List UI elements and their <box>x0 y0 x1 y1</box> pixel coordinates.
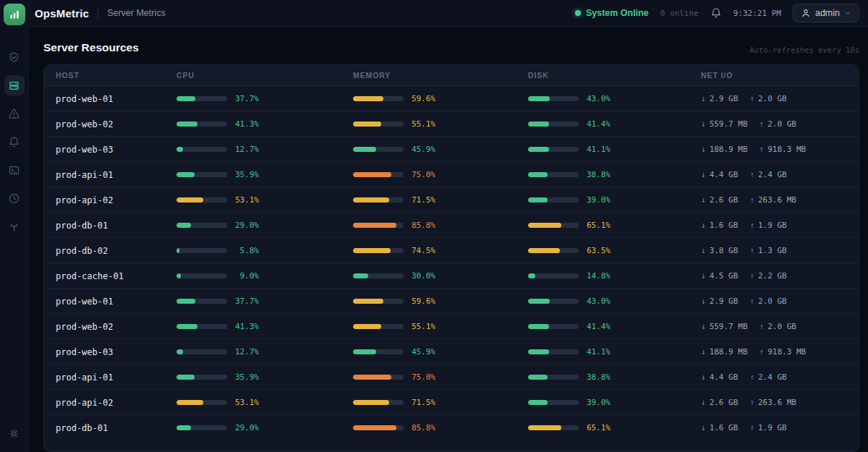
disk-value: 41.4% <box>579 322 610 331</box>
sidebar-item-notifications[interactable] <box>4 132 25 152</box>
memory-bar-track <box>353 147 404 152</box>
cpu-bar-track <box>176 96 227 101</box>
sidebar-item-settings[interactable] <box>4 423 25 443</box>
table-row[interactable]: prod-db-02 5.8% 74.5% 63.5% ↓ 3.8 GB ↑ 1… <box>44 238 859 263</box>
download-value: 188.9 MB <box>710 347 748 357</box>
table-row[interactable]: prod-web-03 12.7% 45.9% 41.1% ↓ 188.9 MB… <box>44 339 859 364</box>
memory-value: 75.0% <box>404 170 435 179</box>
disk-bar-fill <box>528 349 549 354</box>
column-header-disk: DISK <box>528 71 701 80</box>
disk-cell: 41.1% <box>528 347 701 357</box>
sidebar-item-history[interactable] <box>4 188 25 208</box>
memory-value: 59.6% <box>404 94 435 103</box>
cpu-bar-track <box>176 197 227 202</box>
table-row[interactable]: prod-api-02 53.1% 71.5% 39.0% ↓ 2.6 GB ↑… <box>44 390 859 415</box>
memory-cell: 59.6% <box>353 297 528 306</box>
disk-value: 41.1% <box>579 145 610 154</box>
table-row[interactable]: prod-cache-01 9.0% 30.0% 14.8% ↓ 4.5 GB … <box>44 263 859 289</box>
main-content: Server Resources Auto-refreshes every 10… <box>29 27 868 452</box>
host-cell: prod-api-01 <box>44 370 176 383</box>
sidebar-item-integrations[interactable] <box>4 216 25 236</box>
memory-value: 55.1% <box>404 322 435 331</box>
upload-value: 263.6 MB <box>758 398 796 407</box>
disk-bar-track <box>528 375 579 380</box>
download-arrow-icon: ↓ <box>701 347 706 357</box>
host-cell: prod-web-01 <box>44 294 176 307</box>
net-io-cell: ↓ 559.7 MB ↑ 2.0 GB <box>701 119 859 129</box>
memory-value: 55.1% <box>404 119 435 129</box>
cpu-bar-track <box>176 172 227 177</box>
memory-bar-track <box>353 223 404 228</box>
upload-arrow-icon: ↑ <box>760 347 765 357</box>
cpu-bar-fill <box>176 273 181 278</box>
disk-cell: 39.0% <box>528 195 701 205</box>
notifications-bell-icon[interactable] <box>710 7 722 19</box>
user-menu-button[interactable]: admin <box>793 4 859 22</box>
host-name: prod-cache-01 <box>56 271 124 281</box>
net-io-cell: ↓ 188.9 MB ↑ 918.3 MB <box>701 145 859 154</box>
memory-bar-track <box>353 248 404 253</box>
disk-value: 38.8% <box>579 170 610 179</box>
memory-cell: 55.1% <box>353 119 528 129</box>
table-row[interactable]: prod-web-02 41.3% 55.1% 41.4% ↓ 559.7 MB… <box>44 314 859 339</box>
memory-value: 75.0% <box>404 372 435 382</box>
net-io-cell: ↓ 2.6 GB ↑ 263.6 MB <box>701 398 859 407</box>
table-row[interactable]: prod-db-01 29.0% 85.8% 65.1% ↓ 1.6 GB ↑ … <box>44 415 859 440</box>
app-logo[interactable] <box>4 4 25 25</box>
memory-bar-track <box>353 324 404 329</box>
host-cell: prod-cache-01 <box>44 269 176 282</box>
table-row[interactable]: prod-web-03 12.7% 45.9% 41.1% ↓ 188.9 MB… <box>44 137 859 162</box>
host-name: prod-db-01 <box>56 423 108 433</box>
upload-arrow-icon: ↑ <box>749 271 754 281</box>
sidebar-item-console[interactable] <box>4 160 25 180</box>
sidebar-item-servers[interactable] <box>4 75 25 95</box>
host-name: prod-web-01 <box>56 297 113 307</box>
disk-cell: 41.4% <box>528 119 701 129</box>
disk-value: 65.1% <box>579 221 610 230</box>
disk-value: 65.1% <box>579 423 610 432</box>
host-cell: prod-db-01 <box>44 218 176 231</box>
upload-value: 2.4 GB <box>758 170 787 179</box>
net-io-cell: ↓ 4.5 GB ↑ 2.2 GB <box>701 271 859 281</box>
disk-bar-track <box>528 299 579 304</box>
disk-value: 63.5% <box>579 246 610 255</box>
table-row[interactable]: prod-api-01 35.9% 75.0% 38.8% ↓ 4.4 GB ↑… <box>44 364 859 390</box>
net-io-cell: ↓ 4.4 GB ↑ 2.4 GB <box>701 372 859 382</box>
table-row[interactable]: prod-web-01 37.7% 59.6% 43.0% ↓ 2.9 GB ↑… <box>44 86 859 111</box>
disk-value: 43.0% <box>579 94 610 103</box>
cpu-bar-track <box>176 349 227 354</box>
server-icon <box>8 80 20 92</box>
sidebar <box>0 0 29 452</box>
table-row[interactable]: prod-web-01 37.7% 59.6% 43.0% ↓ 2.9 GB ↑… <box>44 289 859 314</box>
table-row[interactable]: prod-web-02 41.3% 55.1% 41.4% ↓ 559.7 MB… <box>44 111 859 137</box>
disk-bar-track <box>528 349 579 354</box>
download-arrow-icon: ↓ <box>701 423 706 432</box>
disk-bar-fill <box>528 299 550 304</box>
disk-cell: 14.8% <box>528 271 701 281</box>
cpu-value: 37.7% <box>227 94 259 103</box>
memory-bar-fill <box>353 248 391 253</box>
page-title: Server Resources <box>43 41 139 54</box>
memory-bar-fill <box>353 172 391 177</box>
upload-arrow-icon: ↑ <box>749 297 754 306</box>
host-name: prod-web-03 <box>56 145 113 155</box>
auto-refresh-note: Auto-refreshes every 10s <box>749 46 859 54</box>
net-io-cell: ↓ 4.4 GB ↑ 2.4 GB <box>701 170 859 179</box>
table-row[interactable]: prod-api-01 35.9% 75.0% 38.8% ↓ 4.4 GB ↑… <box>44 162 859 187</box>
cpu-value: 29.0% <box>227 423 259 432</box>
table-row[interactable]: prod-api-02 53.1% 71.5% 39.0% ↓ 2.6 GB ↑… <box>44 187 859 213</box>
net-io-cell: ↓ 1.6 GB ↑ 1.9 GB <box>701 423 859 432</box>
cpu-bar-track <box>176 324 227 329</box>
disk-bar-track <box>528 273 579 278</box>
memory-bar-track <box>353 349 404 354</box>
memory-value: 45.9% <box>404 145 435 154</box>
sidebar-item-security[interactable] <box>4 47 25 67</box>
disk-cell: 65.1% <box>528 221 701 230</box>
sidebar-item-alerts[interactable] <box>4 103 25 124</box>
cpu-bar-fill <box>176 96 195 101</box>
download-arrow-icon: ↓ <box>701 297 706 306</box>
cpu-cell: 12.7% <box>176 145 353 154</box>
table-row[interactable]: prod-db-01 29.0% 85.8% 65.1% ↓ 1.6 GB ↑ … <box>44 213 859 238</box>
memory-bar-fill <box>353 96 383 101</box>
cpu-cell: 41.3% <box>176 119 353 129</box>
